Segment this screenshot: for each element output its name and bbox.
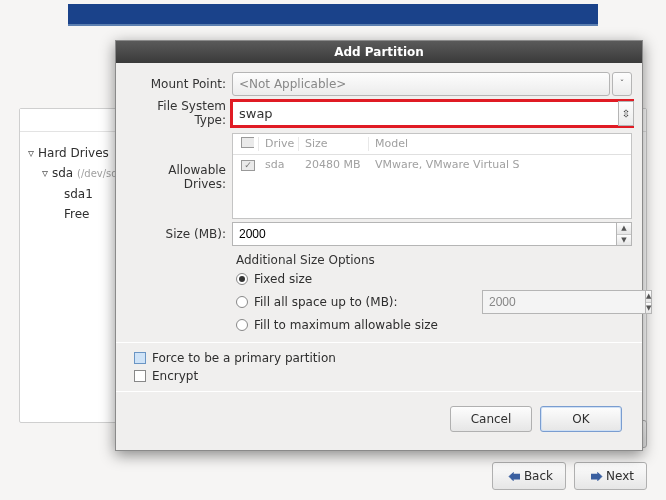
drive-row-checkbox[interactable]: ✓ — [241, 160, 255, 171]
divider — [116, 342, 642, 343]
wizard-nav: 🡄Back 🡆Next — [492, 462, 647, 490]
fstype-dropdown[interactable]: swap — [232, 101, 632, 126]
size-options-group: Additional Size Options Fixed size Fill … — [126, 249, 632, 336]
mount-point-value: <Not Applicable> — [239, 77, 346, 91]
arrow-right-icon: 🡆 — [590, 469, 603, 484]
add-partition-dialog: Add Partition Mount Point: <Not Applicab… — [115, 40, 643, 451]
highlight-annotation — [230, 99, 634, 128]
allowable-drives-list[interactable]: Drive Size Model ✓ sda 20480 MB VMware, … — [232, 133, 632, 219]
drive-row-size: 20480 MB — [299, 158, 369, 171]
col-model: Model — [369, 137, 627, 151]
drive-row-name: sda — [259, 158, 299, 171]
size-input[interactable] — [232, 222, 616, 246]
size-step-down[interactable]: ▼ — [617, 235, 631, 246]
size-spinner[interactable]: ▲ ▼ — [232, 222, 632, 246]
arrow-left-icon: 🡄 — [508, 469, 521, 484]
size-label: Size (MB): — [126, 227, 232, 241]
fill-upto-step-down: ▼ — [646, 303, 651, 314]
radio-fixed-size[interactable] — [236, 273, 248, 285]
updown-icon: ⇳ — [622, 108, 630, 119]
dialog-title: Add Partition — [116, 41, 642, 63]
radio-fill-max[interactable] — [236, 319, 248, 331]
col-drive: Drive — [259, 137, 299, 151]
encrypt-checkbox[interactable] — [134, 370, 146, 382]
ok-button[interactable]: OK — [540, 406, 622, 432]
drive-row[interactable]: ✓ sda 20480 MB VMware, VMware Virtual S — [233, 155, 631, 174]
mount-point-dropdown-button[interactable]: ˇ — [612, 72, 632, 96]
encrypt-label: Encrypt — [152, 369, 198, 383]
drive-list-header: Drive Size Model — [233, 134, 631, 155]
fill-upto-input — [482, 290, 645, 314]
force-primary-label: Force to be a primary partition — [152, 351, 336, 365]
next-button[interactable]: 🡆Next — [574, 462, 647, 490]
mount-point-label: Mount Point: — [126, 77, 232, 91]
drive-row-model: VMware, VMware Virtual S — [369, 158, 526, 171]
chevron-down-icon: ˇ — [620, 79, 625, 89]
back-button[interactable]: 🡄Back — [492, 462, 566, 490]
fill-upto-step-up: ▲ — [646, 291, 651, 303]
radio-fixed-size-label: Fixed size — [254, 272, 312, 286]
fill-upto-spinner: ▲ ▼ — [482, 290, 632, 314]
fstype-value: swap — [239, 106, 273, 121]
divider — [116, 391, 642, 392]
radio-fill-upto-label: Fill all space up to (MB): — [254, 295, 398, 309]
window-titlebar — [68, 4, 598, 26]
drive-header-checkbox[interactable] — [241, 137, 254, 148]
force-primary-checkbox[interactable] — [134, 352, 146, 364]
size-options-title: Additional Size Options — [236, 253, 632, 267]
fstype-label: File System Type: — [126, 99, 232, 127]
size-step-up[interactable]: ▲ — [617, 223, 631, 235]
mount-point-combo[interactable]: <Not Applicable> — [232, 72, 610, 96]
col-size: Size — [299, 137, 369, 151]
radio-fill-upto[interactable] — [236, 296, 248, 308]
cancel-button[interactable]: Cancel — [450, 406, 532, 432]
allowable-drives-label: Allowable Drives: — [126, 133, 232, 191]
radio-fill-max-label: Fill to maximum allowable size — [254, 318, 438, 332]
fstype-dropdown-button[interactable]: ⇳ — [618, 101, 634, 126]
